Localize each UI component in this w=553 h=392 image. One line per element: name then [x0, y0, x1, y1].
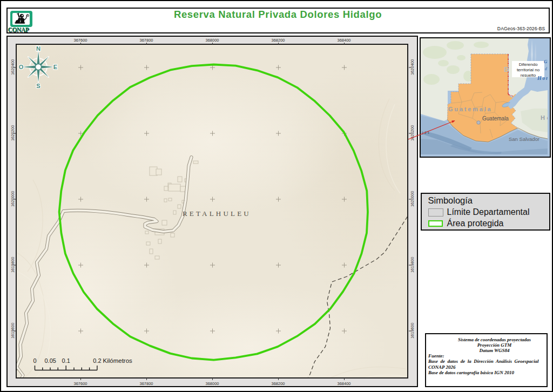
svg-text:Ho: Ho — [541, 114, 548, 121]
svg-text:Guatemala: Guatemala — [482, 115, 509, 121]
svg-text:territorial no: territorial no — [516, 67, 539, 72]
svg-text:0.2: 0.2 — [93, 357, 101, 364]
svg-text:d: d — [545, 66, 547, 71]
svg-text:Diferendo: Diferendo — [518, 62, 537, 67]
svg-text:0.1: 0.1 — [62, 357, 70, 364]
svg-text:N: N — [36, 45, 41, 52]
svg-text:S: S — [36, 83, 40, 89]
svg-text:Hond: Hond — [537, 75, 548, 81]
svg-text:O: O — [18, 64, 23, 70]
svg-text:0.05: 0.05 — [44, 357, 56, 364]
svg-text:RETALHULEU: RETALHULEU — [183, 209, 251, 218]
svg-text:San Salvador: San Salvador — [509, 136, 539, 142]
svg-text:Gu: Gu — [544, 59, 548, 64]
svg-text:B: B — [504, 65, 509, 73]
svg-text:Kilómetros: Kilómetros — [103, 357, 132, 364]
svg-text:resuelto: resuelto — [520, 73, 536, 78]
svg-text:0: 0 — [33, 357, 36, 364]
svg-text:E: E — [53, 64, 57, 70]
svg-text:Guatemala: Guatemala — [448, 106, 492, 112]
